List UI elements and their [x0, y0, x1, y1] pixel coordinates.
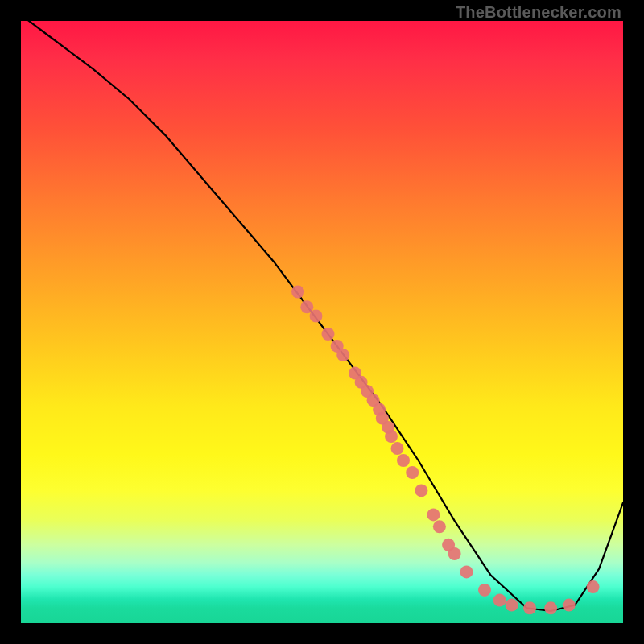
marker-dot: [397, 454, 410, 467]
marker-dot: [291, 286, 304, 299]
marker-dot: [433, 520, 446, 533]
marker-dot: [493, 594, 506, 607]
marker-dot: [406, 466, 419, 479]
marker-dot: [478, 584, 491, 597]
marker-dots: [291, 286, 599, 615]
marker-dot: [587, 580, 600, 593]
marker-dot: [506, 599, 518, 612]
marker-dot: [322, 328, 335, 341]
marker-dot: [415, 484, 427, 497]
marker-dot: [563, 599, 576, 612]
attribution-text: TheBottlenecker.com: [456, 3, 621, 22]
marker-dot: [391, 442, 404, 455]
marker-dot: [310, 310, 323, 323]
chart-svg: [21, 21, 623, 623]
marker-dot: [544, 601, 557, 614]
marker-dot: [385, 430, 398, 443]
marker-dot: [427, 508, 440, 521]
marker-dot: [336, 349, 349, 361]
marker-dot: [460, 565, 473, 578]
plot-area: [21, 21, 623, 623]
marker-dot: [523, 601, 536, 614]
marker-dot: [448, 547, 461, 560]
chart-container: TheBottlenecker.com: [0, 0, 644, 644]
